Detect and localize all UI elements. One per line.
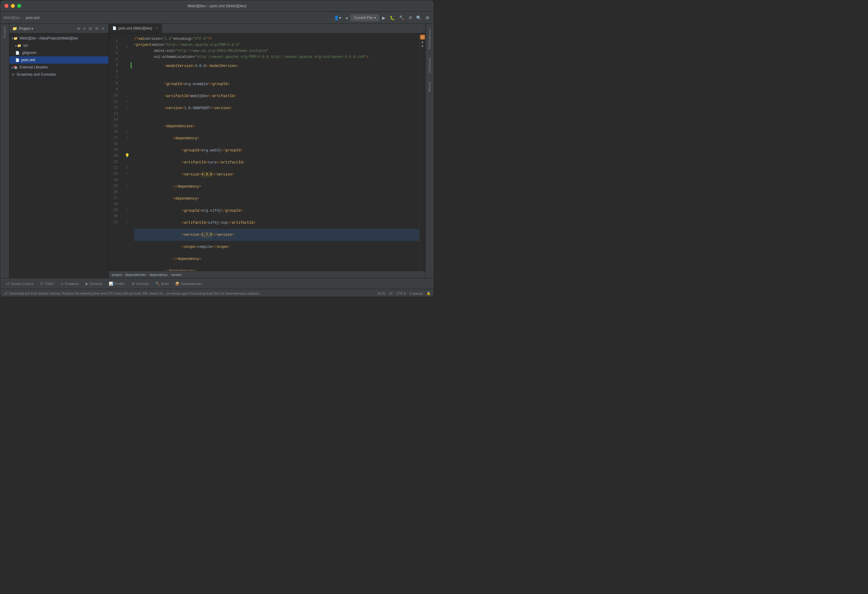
terminal-tab[interactable]: ▶ Terminal [83, 281, 105, 287]
code-line-16: </dependency> [134, 180, 419, 193]
code-line-11: <dependencies> [134, 120, 419, 132]
tab-pomxml[interactable]: 📄 pom.xml (Web3jDev) ✕ [109, 24, 162, 33]
debug-button[interactable]: 🐛 [388, 14, 396, 21]
maximize-button[interactable] [17, 4, 21, 8]
services-icon: ⚙ [132, 282, 135, 286]
settings-button[interactable]: ⚙ [424, 14, 431, 21]
git-icon: ⎇ [3, 291, 7, 296]
tree-item-scratches[interactable]: ⚙ Scratches and Consoles [9, 71, 108, 78]
reload-button[interactable]: ↺ [407, 14, 413, 21]
gutter-26 [124, 189, 130, 195]
gutter-21 [124, 159, 130, 165]
line-col-indicator[interactable]: 20:31 [377, 291, 385, 295]
fold-icon-11[interactable]: ▾ [126, 99, 128, 105]
locate-file-button[interactable]: ⊕ [76, 26, 81, 31]
code-line-19: <artifactId>slf4j-nop</artifactId> [134, 217, 419, 229]
dependencies-tab[interactable]: 📦 Dependencies [172, 281, 205, 287]
dependencies-label: Dependencies [181, 282, 202, 285]
project-strip-label[interactable]: Project [3, 26, 6, 38]
terminal-icon: ▶ [86, 282, 88, 286]
collapse-all-button[interactable]: ≡ [83, 26, 86, 31]
file-breadcrumb[interactable]: pom.xml [26, 16, 39, 20]
services-tab[interactable]: ⚙ Services [129, 281, 152, 287]
code-editor[interactable]: 12345 678910 1112131415 1617181920 21222… [109, 34, 425, 271]
gutter-16[interactable]: ▾ [124, 129, 130, 135]
scratches-label: Scratches and Consoles [16, 72, 56, 77]
gutter-11[interactable]: ▾ [124, 99, 130, 105]
profiler-icon: 📊 [109, 282, 113, 286]
build-label: Build [161, 282, 168, 285]
gutter-12[interactable]: ▾ [124, 105, 130, 111]
tree-root[interactable]: ▾📁 Web3jDev ~/IdeaProjects/Web3jDev [9, 35, 108, 42]
fold-icon-25[interactable]: ▾ [126, 183, 128, 189]
fold-icon-29[interactable]: ▾ [126, 207, 128, 213]
breadcrumb-dependencies[interactable]: dependencies [125, 273, 146, 276]
gutter-10 [124, 93, 130, 99]
close-panel-button[interactable]: ✕ [101, 26, 105, 31]
code-content[interactable]: <?xml version="1.0" encoding="UTF-8"?> <… [132, 34, 419, 271]
traffic-lights [4, 4, 21, 8]
search-button[interactable]: 🔍 [415, 14, 422, 21]
gutter-23[interactable]: ▾ [124, 171, 130, 177]
gutter-4 [124, 56, 130, 62]
pomxml-icon: 📄 [15, 58, 19, 62]
version-control-tab[interactable]: ⎇ Version Control [2, 281, 36, 287]
gutter-29[interactable]: ▾ [124, 207, 130, 213]
breadcrumb-project[interactable]: project [112, 273, 122, 276]
code-line-8: <artifactId>Web3jDev</artifactId> [134, 90, 419, 102]
tab-overflow-button[interactable]: ⋮ [416, 24, 425, 33]
chevron-up-icon[interactable]: ▲ [421, 40, 424, 44]
build-tab[interactable]: 🔨 Build [152, 281, 171, 287]
gutter-31[interactable]: ▾ [124, 219, 130, 225]
fold-icon-2[interactable]: ▾ [126, 44, 128, 50]
current-file-button[interactable]: Current File ▾ [350, 15, 379, 21]
indent-indicator[interactable]: 4 spaces [410, 291, 423, 295]
back-button[interactable]: ◂ [344, 14, 349, 21]
todo-tab[interactable]: ☑ TODO [37, 281, 57, 287]
profiler-tab[interactable]: 📊 Profiler [106, 281, 128, 287]
maven-panel-button[interactable]: Maven [428, 79, 431, 94]
root-label: Web3jDev ~/IdeaProjects/Web3jDev [19, 36, 78, 40]
minimize-button[interactable] [11, 4, 15, 8]
breadcrumb-version[interactable]: version [171, 273, 182, 276]
bottom-toolbar: ⎇ Version Control ☑ TODO ⚠ Problems ▶ Te… [0, 278, 434, 289]
user-icon-button[interactable]: 👤▾ [333, 14, 342, 21]
tree-item-external[interactable]: ▸📚 External Libraries [9, 64, 108, 71]
fold-icon-16[interactable]: ▾ [126, 129, 128, 135]
fold-icon-23[interactable]: ▾ [126, 171, 128, 177]
database-panel-button[interactable]: Database [428, 55, 431, 75]
tree-item-src[interactable]: ▸📁 src [9, 42, 108, 49]
code-line-22: </dependency> [134, 253, 419, 265]
error-badge[interactable]: 1 [420, 35, 425, 40]
fold-icon-17[interactable]: ▾ [126, 135, 128, 141]
notifications-panel-button[interactable]: Notifications [428, 26, 431, 51]
filter-button[interactable]: ⊟ [88, 26, 93, 31]
close-button[interactable] [4, 4, 9, 8]
line-ending-indicator[interactable]: LF [389, 291, 393, 295]
toolbar-left: Web3jDev › pom.xml [3, 16, 330, 20]
settings-tree-button[interactable]: ⚙ [94, 26, 99, 31]
build-button[interactable]: 🔨 [398, 14, 405, 21]
fold-icon-12[interactable]: ▾ [126, 105, 128, 111]
gutter-30 [124, 213, 130, 219]
fold-icon-22[interactable]: ▾ [126, 165, 128, 171]
gutter-17[interactable]: ▾ [124, 135, 130, 141]
gutter-25[interactable]: ▾ [124, 183, 130, 189]
tab-close-button[interactable]: ✕ [155, 26, 158, 30]
gutter-22[interactable]: ▾ [124, 165, 130, 171]
run-button[interactable]: ▶ [381, 14, 387, 21]
scratches-icon: ⚙ [12, 73, 15, 77]
project-panel-header: 📁 Project ▾ ⊕ ≡ ⊟ ⚙ ✕ [9, 24, 108, 34]
project-breadcrumb[interactable]: Web3jDev [3, 16, 20, 20]
fold-icon-31[interactable]: ▾ [126, 219, 128, 225]
window-title: Web3jDev – pom.xml (Web3jDev) [187, 4, 246, 8]
gutter-2[interactable]: ▾ [124, 44, 130, 50]
problems-tab[interactable]: ⚠ Problems [58, 281, 82, 287]
breadcrumb-dependency[interactable]: dependency [149, 273, 168, 276]
project-panel: 📁 Project ▾ ⊕ ≡ ⊟ ⚙ ✕ ▾📁 Web3jDev ~/Idea… [9, 24, 109, 278]
tree-item-pomxml[interactable]: 📄 pom.xml [9, 56, 108, 64]
chevron-down-icon[interactable]: ▼ [421, 44, 424, 49]
warning-icon-20[interactable]: 💡 [125, 153, 130, 159]
tree-item-gitignore[interactable]: 📄 .gitignore [9, 49, 108, 56]
encoding-indicator[interactable]: UTF-8 [397, 291, 406, 295]
